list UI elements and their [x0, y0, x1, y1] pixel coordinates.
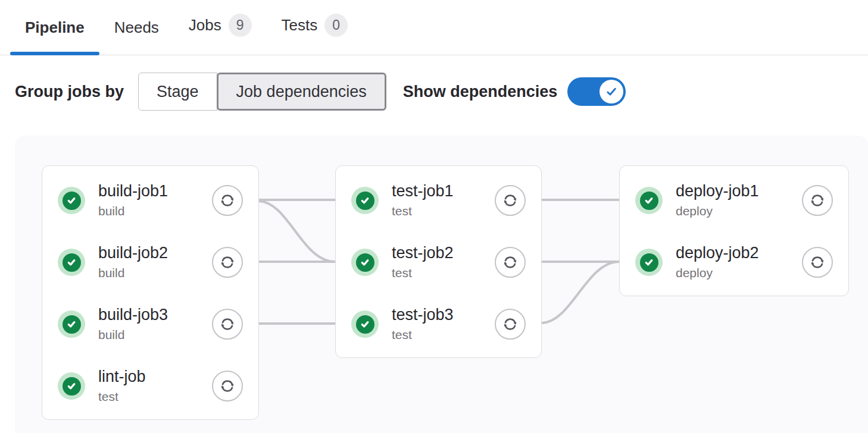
- retry-icon: [218, 315, 236, 333]
- status-success-icon: [635, 249, 663, 276]
- show-dependencies-label: Show dependencies: [403, 83, 558, 101]
- retry-icon: [501, 192, 519, 209]
- retry-job-button[interactable]: [802, 247, 833, 278]
- tab-jobs[interactable]: Jobs 9: [174, 14, 267, 55]
- job-name[interactable]: build-job2: [98, 243, 199, 263]
- job-stage: deploy: [676, 203, 789, 219]
- jobs-count-badge: 9: [229, 14, 252, 37]
- job-name[interactable]: test-job2: [392, 243, 482, 263]
- show-dependencies-toggle[interactable]: [567, 77, 626, 106]
- job-name[interactable]: test-job1: [392, 181, 482, 202]
- job-stage: test: [392, 203, 482, 219]
- toggle-knob: [600, 80, 623, 103]
- retry-job-button[interactable]: [212, 309, 243, 340]
- job-name[interactable]: build-job3: [98, 305, 199, 325]
- job-name[interactable]: lint-job: [98, 367, 199, 387]
- retry-job-button[interactable]: [495, 185, 526, 216]
- retry-job-button[interactable]: [495, 309, 526, 340]
- tab-jobs-label: Jobs: [189, 16, 221, 34]
- retry-icon: [218, 253, 236, 271]
- job-row-test-job3[interactable]: test-job3 test: [336, 293, 541, 355]
- job-stage: build: [98, 327, 199, 343]
- tab-needs-label: Needs: [114, 18, 159, 37]
- job-stage: deploy: [676, 265, 789, 281]
- tab-tests-label: Tests: [282, 16, 318, 34]
- retry-job-button[interactable]: [802, 185, 833, 216]
- group-by-stage-button[interactable]: Stage: [138, 73, 217, 111]
- group-jobs-by-segmented-control: Stage Job dependencies: [138, 73, 386, 111]
- job-name[interactable]: build-job1: [98, 181, 199, 202]
- job-row-lint-job[interactable]: lint-job test: [42, 355, 258, 417]
- status-success-icon: [351, 310, 379, 338]
- job-stage: test: [98, 388, 199, 404]
- tab-needs[interactable]: Needs: [99, 18, 174, 55]
- job-name[interactable]: test-job3: [392, 305, 482, 325]
- job-name[interactable]: deploy-job1: [676, 181, 789, 202]
- dep-line-test-job3-deploy-job2: [542, 262, 619, 323]
- retry-job-button[interactable]: [212, 247, 243, 278]
- status-success-icon: [635, 187, 663, 214]
- status-success-icon: [351, 249, 379, 276]
- job-row-test-job1[interactable]: test-job1 test: [336, 170, 541, 231]
- dep-line-build-job1-test-job2: [259, 201, 335, 262]
- retry-icon: [218, 192, 236, 209]
- group-by-job-dependencies-button[interactable]: Job dependencies: [217, 73, 386, 111]
- retry-icon: [501, 315, 519, 333]
- job-stage: build: [98, 203, 199, 219]
- job-stage: test: [392, 327, 482, 343]
- job-group-build: build-job1 build build-job2 build: [42, 165, 259, 420]
- job-group-deploy: deploy-job1 deploy deploy-job2 deploy: [619, 165, 849, 296]
- toggle-check-icon: [604, 84, 619, 99]
- job-stage: test: [392, 265, 482, 281]
- job-row-build-job3[interactable]: build-job3 build: [42, 293, 258, 355]
- retry-icon: [501, 253, 519, 271]
- job-row-deploy-job1[interactable]: deploy-job1 deploy: [620, 170, 848, 231]
- job-row-deploy-job2[interactable]: deploy-job2 deploy: [620, 231, 848, 293]
- retry-icon: [808, 253, 826, 271]
- retry-job-button[interactable]: [212, 185, 243, 216]
- pipeline-tabbar: Pipeline Needs Jobs 9 Tests 0: [0, 0, 868, 55]
- retry-job-button[interactable]: [212, 371, 243, 401]
- group-jobs-by-label: Group jobs by: [15, 83, 124, 101]
- tab-pipeline[interactable]: Pipeline: [10, 18, 99, 55]
- pipeline-graph-panel: build-job1 build build-job2 build: [15, 136, 868, 433]
- retry-icon: [808, 192, 826, 209]
- job-stage: build: [98, 265, 199, 281]
- job-row-build-job1[interactable]: build-job1 build: [42, 170, 258, 231]
- tab-tests[interactable]: Tests 0: [267, 14, 363, 55]
- tests-count-badge: 0: [324, 14, 348, 37]
- tab-pipeline-label: Pipeline: [25, 18, 85, 37]
- status-success-icon: [58, 310, 85, 338]
- job-row-build-job2[interactable]: build-job2 build: [42, 231, 258, 293]
- status-success-icon: [58, 249, 85, 276]
- graph-controls: Group jobs by Stage Job dependencies Sho…: [15, 73, 868, 111]
- job-name[interactable]: deploy-job2: [676, 243, 789, 263]
- job-group-test: test-job1 test test-job2 test: [335, 165, 542, 358]
- status-success-icon: [58, 372, 85, 400]
- retry-icon: [218, 377, 236, 395]
- retry-job-button[interactable]: [495, 247, 526, 278]
- status-success-icon: [58, 187, 85, 214]
- job-row-test-job2[interactable]: test-job2 test: [336, 231, 541, 293]
- status-success-icon: [351, 187, 379, 214]
